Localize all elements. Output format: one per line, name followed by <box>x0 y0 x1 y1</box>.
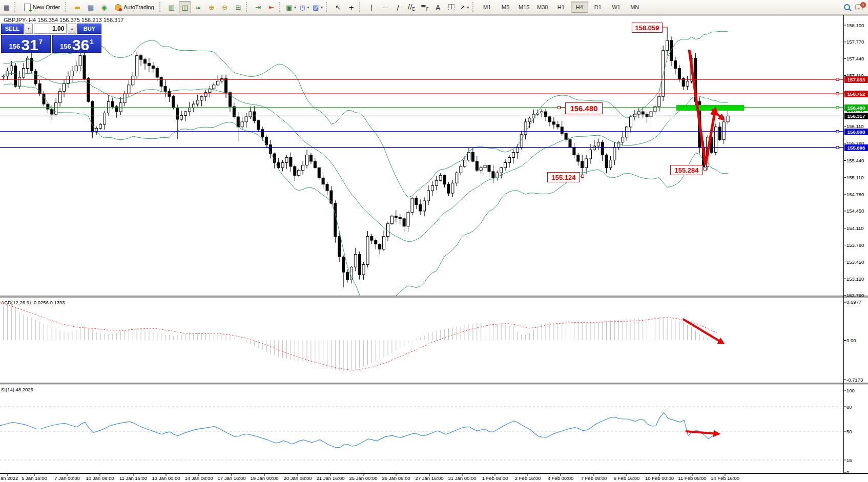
candle-body <box>488 165 490 171</box>
macd-signal-line <box>0 303 717 370</box>
candle-body <box>204 93 207 96</box>
candle-body <box>500 167 503 173</box>
date-axis-label: 10 Jan 08:00 <box>86 475 114 481</box>
candle-body <box>484 165 486 167</box>
candle-body <box>184 112 187 115</box>
price-annotation-label[interactable]: 155.284 <box>670 165 703 175</box>
candle-body <box>597 142 600 146</box>
candle-body <box>241 122 243 127</box>
candle-body <box>666 40 669 51</box>
candle-body <box>468 153 470 160</box>
date-axis-label: an 2022 <box>1 475 18 481</box>
volume-decrease-button[interactable]: ▼ <box>25 24 33 34</box>
price-axis-tick: 153.780 <box>846 242 864 248</box>
candle-body <box>217 81 219 85</box>
candle-body <box>678 69 680 79</box>
price-pane[interactable] <box>2 27 729 308</box>
volume-input[interactable]: 1.00 <box>34 24 67 34</box>
bollinger-band-line <box>4 31 728 197</box>
candle-body <box>471 153 474 161</box>
price-level-badge: 157.033 <box>844 76 868 83</box>
candle-body <box>508 158 511 163</box>
candle-body <box>281 162 284 167</box>
line-handle[interactable] <box>836 131 839 133</box>
price-axis-tick: 153.450 <box>846 259 864 265</box>
candle-body <box>132 76 134 85</box>
candle-body <box>581 161 584 167</box>
date-axis-label: 8 Feb 16:00 <box>614 475 640 481</box>
candle-body <box>188 108 191 112</box>
price-annotation-label[interactable]: 158.059 <box>632 23 663 33</box>
line-handle[interactable] <box>836 146 839 149</box>
price-annotation-label[interactable]: 155.124 <box>547 172 580 182</box>
candle-body <box>399 217 401 218</box>
candle-body <box>23 69 25 77</box>
candle-body <box>383 237 385 249</box>
line-handle[interactable] <box>836 107 839 109</box>
candle-body <box>727 116 729 122</box>
candle-body <box>144 59 147 63</box>
candle-body <box>541 112 543 113</box>
price-axis-tick: 154.450 <box>846 208 864 214</box>
buy-price-big: 36 <box>72 38 89 52</box>
buy-button[interactable]: BUY <box>77 24 101 34</box>
candle-body <box>63 83 66 91</box>
candle-body <box>561 127 563 133</box>
date-axis-label: 11 Feb 08:00 <box>678 475 706 481</box>
date-axis-label: 19 Jan 00:00 <box>251 475 279 481</box>
macd-scale-tick: 0.00 <box>846 338 856 343</box>
line-handle[interactable] <box>836 78 839 81</box>
candle-body <box>285 158 288 163</box>
candle-body <box>2 76 5 77</box>
candle-body <box>630 117 632 127</box>
buy-price-sup: 1 <box>90 38 93 46</box>
candle-body <box>6 71 9 76</box>
candle-body <box>552 122 555 124</box>
candle-body <box>75 66 77 71</box>
macd-down-arrow[interactable] <box>683 319 723 343</box>
candle-body <box>233 107 235 117</box>
date-axis-label: 26 Jan 08:00 <box>382 475 410 481</box>
candle-body <box>306 155 308 165</box>
candle-body <box>662 51 665 96</box>
candle-body <box>34 71 37 83</box>
sell-price-display[interactable]: 156 31 7 <box>1 35 51 53</box>
candle-body <box>577 155 580 161</box>
candle-body <box>407 212 409 226</box>
chart-canvas[interactable] <box>0 0 868 482</box>
candle-body <box>334 203 337 237</box>
price-annotation-label[interactable]: 156.480 <box>565 102 603 114</box>
buy-price-display[interactable]: 156 36 1 <box>52 35 102 53</box>
candle-body <box>464 160 466 166</box>
annotation-anchor <box>582 175 584 178</box>
candle-body <box>512 153 514 158</box>
candle-body <box>569 140 571 148</box>
candle-body <box>658 96 660 107</box>
candle-body <box>549 117 551 122</box>
candle-body <box>294 166 296 175</box>
candle-body <box>302 165 304 170</box>
chart-title: GBPJPY-,H4 156.354 156.375 156.213 156.3… <box>4 17 123 23</box>
candle-body <box>411 198 414 212</box>
support-zone-highlight[interactable] <box>676 105 744 111</box>
volume-increase-button[interactable]: ▲ <box>68 24 76 34</box>
price-axis-tick: 154.780 <box>846 192 864 197</box>
rsi-label: SI(14) 48.2026 <box>1 387 33 392</box>
candle-body <box>714 127 717 153</box>
date-axis-label: 27 Jan 16:00 <box>416 475 444 481</box>
candle-body <box>565 133 567 139</box>
candle-body <box>322 178 324 184</box>
candle-body <box>200 96 203 100</box>
candle-body <box>431 185 433 191</box>
candle-body <box>646 114 648 117</box>
price-axis-tick: 154.110 <box>846 225 864 231</box>
candle-body <box>104 113 106 124</box>
rsi-scale-tick: 100 <box>846 388 855 393</box>
sell-button[interactable]: SELL <box>1 24 24 34</box>
candle-body <box>309 155 312 161</box>
line-handle[interactable] <box>836 93 839 95</box>
candle-body <box>221 78 223 81</box>
macd-pane[interactable] <box>0 303 717 371</box>
bollinger-middle-line <box>4 73 728 241</box>
candle-body <box>164 86 167 91</box>
